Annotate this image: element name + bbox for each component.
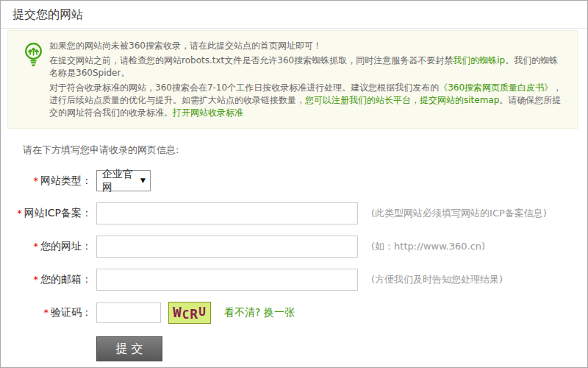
notice-link[interactable]: 您可以注册我们的站长平台，提交网站的sitemap	[305, 95, 499, 105]
notice-box: 如果您的网站尚未被360搜索收录，请在此提交站点的首页网址即可！ 在提交网站之前…	[7, 30, 578, 129]
required-asterisk: *	[17, 208, 22, 219]
submit-site-page: 提交您的网站 如果您的网站尚未被360搜索收录，请在此提交站点的首页网址即可！ …	[0, 0, 588, 368]
notice-line-3: 对于符合收录标准的网站，360搜索会在7-10个工作日按收录标准进行处理。建议您…	[49, 82, 564, 119]
captcha-char: R	[190, 306, 198, 322]
email-input[interactable]	[96, 269, 358, 291]
notice-text: 对于符合收录标准的网站，360搜索会在7-10个工作日按收录标准进行处理。建议您…	[49, 82, 439, 93]
submit-button[interactable]: 提 交	[96, 336, 162, 361]
icp-hint: (此类型网站必须填写网站的ICP备案信息)	[371, 207, 547, 220]
notice-link[interactable]: 我们的蜘蛛ip	[453, 55, 505, 66]
url-hint: (如：http://www.360.cn)	[371, 240, 485, 253]
site-type-row: *网站类型： 企业官网 ▼	[1, 170, 587, 191]
required-asterisk: *	[44, 307, 49, 318]
notice-text: 在提交网站之前，请检查您的网站robots.txt文件是否允许360搜索蜘蛛抓取…	[49, 55, 453, 66]
required-asterisk: *	[34, 175, 39, 186]
chevron-down-icon: ▼	[140, 177, 146, 184]
notice-line-2: 在提交网站之前，请检查您的网站robots.txt文件是否允许360搜索蜘蛛抓取…	[49, 54, 564, 79]
notice-text: 如果您的网站尚未被360搜索收录，请在此提交站点的首页网址即可！	[49, 40, 322, 51]
lightbulb-icon	[24, 42, 43, 71]
icp-row: *网站ICP备案： (此类型网站必须填写网站的ICP备案信息)	[1, 202, 587, 224]
captcha-char: U	[198, 305, 207, 319]
captcha-label: *验证码：	[1, 306, 96, 319]
icp-input[interactable]	[96, 202, 358, 224]
captcha-input[interactable]	[96, 302, 161, 323]
captcha-refresh-link[interactable]: 看不清? 换一张	[224, 306, 295, 319]
site-type-label: *网站类型：	[1, 174, 96, 188]
required-asterisk: *	[34, 241, 39, 252]
site-type-selected-value: 企业官网	[102, 168, 140, 194]
email-hint: (方便我们及时告知您处理结果)	[371, 273, 503, 286]
captcha-char: W	[173, 304, 182, 320]
captcha-row: *验证码： WCRU 看不清? 换一张	[1, 302, 587, 324]
captcha-image[interactable]: WCRU	[168, 302, 211, 324]
url-input[interactable]	[96, 236, 358, 258]
notice-link[interactable]: 打开网站收录标准	[173, 107, 243, 118]
url-label: *您的网址：	[1, 240, 96, 253]
required-asterisk: *	[34, 274, 39, 285]
email-label: *您的邮箱：	[1, 273, 96, 286]
icp-label: *网站ICP备案：	[1, 207, 96, 220]
notice-line-1: 如果您的网站尚未被360搜索收录，请在此提交站点的首页网址即可！	[49, 40, 564, 52]
page-title: 提交您的网站	[1, 1, 587, 29]
url-row: *您的网址： (如：http://www.360.cn)	[1, 236, 587, 258]
submit-row: 提 交	[96, 336, 587, 361]
notice-link[interactable]: 《360搜索网页质量白皮书》	[439, 82, 553, 93]
submit-site-form: *网站类型： 企业官网 ▼ *网站ICP备案： (此类型网站必须填写网站的ICP…	[1, 170, 587, 361]
site-type-select[interactable]: 企业官网 ▼	[96, 170, 151, 191]
email-row: *您的邮箱： (方便我们及时告知您处理结果)	[1, 269, 587, 291]
form-intro-text: 请在下方填写您申请收录的网页信息:	[23, 144, 587, 157]
captcha-char: C	[182, 308, 190, 322]
